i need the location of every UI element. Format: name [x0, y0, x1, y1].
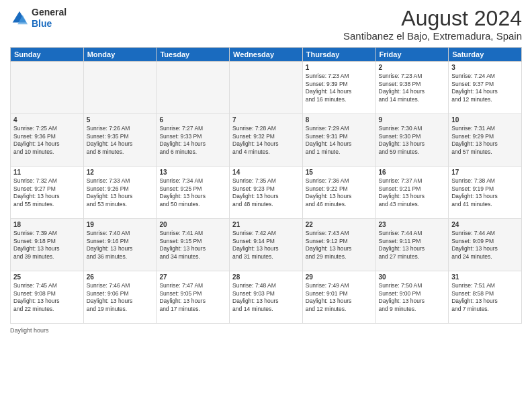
calendar-cell-2-2: 5Sunrise: 7:26 AMSunset: 9:35 PMDaylight… [83, 114, 157, 167]
week-row-5: 25Sunrise: 7:45 AMSunset: 9:08 PMDayligh… [11, 271, 522, 324]
day-number: 24 [451, 221, 519, 228]
day-info: Sunrise: 7:37 AMSunset: 9:21 PMDaylight:… [379, 177, 446, 208]
week-row-2: 4Sunrise: 7:25 AMSunset: 9:36 PMDaylight… [11, 114, 522, 167]
calendar-cell-3-1: 11Sunrise: 7:32 AMSunset: 9:27 PMDayligh… [11, 167, 84, 219]
day-info: Sunrise: 7:41 AMSunset: 9:15 PMDaylight:… [159, 230, 226, 261]
calendar-cell-1-5: 1Sunrise: 7:23 AMSunset: 9:39 PMDaylight… [302, 62, 375, 114]
calendar-cell-2-6: 9Sunrise: 7:30 AMSunset: 9:30 PMDaylight… [375, 114, 449, 167]
day-number: 20 [159, 221, 226, 228]
day-info: Sunrise: 7:25 AMSunset: 9:36 PMDaylight:… [13, 125, 81, 156]
day-number: 21 [232, 221, 300, 228]
dow-header-sunday: Sunday [11, 48, 84, 62]
logo-icon [10, 9, 29, 28]
days-of-week-row: SundayMondayTuesdayWednesdayThursdayFrid… [11, 48, 522, 62]
day-number: 18 [13, 221, 81, 228]
dow-header-tuesday: Tuesday [157, 48, 230, 62]
calendar-cell-1-2 [83, 62, 157, 114]
footer: Daylight hours [10, 327, 522, 334]
calendar-cell-1-7: 3Sunrise: 7:24 AMSunset: 9:37 PMDaylight… [449, 62, 522, 114]
day-number: 23 [379, 221, 446, 228]
day-info: Sunrise: 7:46 AMSunset: 9:06 PMDaylight:… [87, 282, 154, 313]
day-number: 6 [159, 116, 226, 124]
calendar-cell-1-6: 2Sunrise: 7:23 AMSunset: 9:38 PMDaylight… [375, 62, 449, 114]
calendar-cell-4-1: 18Sunrise: 7:39 AMSunset: 9:18 PMDayligh… [11, 219, 84, 271]
calendar-body: 1Sunrise: 7:23 AMSunset: 9:39 PMDaylight… [11, 62, 522, 324]
day-info: Sunrise: 7:47 AMSunset: 9:05 PMDaylight:… [159, 282, 226, 313]
day-info: Sunrise: 7:48 AMSunset: 9:03 PMDaylight:… [232, 282, 300, 313]
day-info: Sunrise: 7:32 AMSunset: 9:27 PMDaylight:… [13, 177, 81, 208]
day-number: 17 [451, 169, 519, 176]
calendar-cell-4-7: 24Sunrise: 7:44 AMSunset: 9:09 PMDayligh… [449, 219, 522, 271]
day-info: Sunrise: 7:23 AMSunset: 9:39 PMDaylight:… [306, 73, 373, 103]
calendar-cell-5-1: 25Sunrise: 7:45 AMSunset: 9:08 PMDayligh… [11, 271, 84, 324]
day-info: Sunrise: 7:36 AMSunset: 9:22 PMDaylight:… [306, 177, 373, 208]
calendar-cell-3-4: 14Sunrise: 7:35 AMSunset: 9:23 PMDayligh… [230, 167, 303, 219]
calendar-cell-1-3 [157, 62, 230, 114]
day-info: Sunrise: 7:26 AMSunset: 9:35 PMDaylight:… [87, 125, 154, 156]
day-info: Sunrise: 7:50 AMSunset: 9:00 PMDaylight:… [379, 282, 446, 313]
day-info: Sunrise: 7:27 AMSunset: 9:33 PMDaylight:… [159, 125, 226, 156]
week-row-4: 18Sunrise: 7:39 AMSunset: 9:18 PMDayligh… [11, 219, 522, 271]
day-info: Sunrise: 7:51 AMSunset: 8:58 PMDaylight:… [451, 282, 519, 313]
calendar-cell-2-3: 6Sunrise: 7:27 AMSunset: 9:33 PMDaylight… [157, 114, 230, 167]
day-number: 10 [451, 116, 519, 124]
calendar-cell-2-1: 4Sunrise: 7:25 AMSunset: 9:36 PMDaylight… [11, 114, 84, 167]
day-number: 31 [451, 273, 519, 281]
calendar-cell-1-4 [230, 62, 303, 114]
calendar-cell-4-5: 22Sunrise: 7:43 AMSunset: 9:12 PMDayligh… [302, 219, 375, 271]
week-row-3: 11Sunrise: 7:32 AMSunset: 9:27 PMDayligh… [11, 167, 522, 219]
day-info: Sunrise: 7:42 AMSunset: 9:14 PMDaylight:… [232, 230, 300, 261]
calendar-cell-3-2: 12Sunrise: 7:33 AMSunset: 9:26 PMDayligh… [83, 167, 157, 219]
logo: General Blue [10, 7, 66, 30]
calendar-cell-5-6: 30Sunrise: 7:50 AMSunset: 9:00 PMDayligh… [375, 271, 449, 324]
calendar-cell-3-3: 13Sunrise: 7:34 AMSunset: 9:25 PMDayligh… [157, 167, 230, 219]
day-info: Sunrise: 7:44 AMSunset: 9:11 PMDaylight:… [379, 230, 446, 261]
calendar-cell-4-2: 19Sunrise: 7:40 AMSunset: 9:16 PMDayligh… [83, 219, 157, 271]
day-number: 7 [232, 116, 300, 124]
day-info: Sunrise: 7:35 AMSunset: 9:23 PMDaylight:… [232, 177, 300, 208]
day-info: Sunrise: 7:38 AMSunset: 9:19 PMDaylight:… [451, 177, 519, 208]
day-number: 28 [232, 273, 300, 281]
day-info: Sunrise: 7:39 AMSunset: 9:18 PMDaylight:… [13, 230, 81, 261]
page: General Blue August 2024 Santibanez el B… [0, 0, 532, 411]
title-area: August 2024 Santibanez el Bajo, Extremad… [343, 7, 522, 42]
day-info: Sunrise: 7:44 AMSunset: 9:09 PMDaylight:… [451, 230, 519, 261]
month-year: August 2024 [343, 7, 522, 30]
calendar-cell-4-6: 23Sunrise: 7:44 AMSunset: 9:11 PMDayligh… [375, 219, 449, 271]
header: General Blue August 2024 Santibanez el B… [10, 7, 522, 42]
dow-header-saturday: Saturday [449, 48, 522, 62]
calendar-cell-3-6: 16Sunrise: 7:37 AMSunset: 9:21 PMDayligh… [375, 167, 449, 219]
day-number: 15 [306, 169, 373, 176]
calendar-cell-4-4: 21Sunrise: 7:42 AMSunset: 9:14 PMDayligh… [230, 219, 303, 271]
day-number: 1 [306, 64, 373, 71]
day-number: 11 [13, 169, 81, 176]
day-number: 4 [13, 116, 81, 124]
day-info: Sunrise: 7:33 AMSunset: 9:26 PMDaylight:… [87, 177, 154, 208]
calendar-cell-5-5: 29Sunrise: 7:49 AMSunset: 9:01 PMDayligh… [302, 271, 375, 324]
day-number: 12 [87, 169, 154, 176]
day-number: 16 [379, 169, 446, 176]
location: Santibanez el Bajo, Extremadura, Spain [343, 30, 522, 42]
calendar-cell-5-7: 31Sunrise: 7:51 AMSunset: 8:58 PMDayligh… [449, 271, 522, 324]
calendar-cell-2-7: 10Sunrise: 7:31 AMSunset: 9:29 PMDayligh… [449, 114, 522, 167]
day-info: Sunrise: 7:43 AMSunset: 9:12 PMDaylight:… [306, 230, 373, 261]
logo-general: General [32, 7, 66, 17]
logo-text: General Blue [32, 7, 66, 30]
dow-header-monday: Monday [83, 48, 157, 62]
day-number: 26 [87, 273, 154, 281]
dow-header-thursday: Thursday [302, 48, 375, 62]
calendar-cell-5-2: 26Sunrise: 7:46 AMSunset: 9:06 PMDayligh… [83, 271, 157, 324]
day-number: 27 [159, 273, 226, 281]
day-info: Sunrise: 7:24 AMSunset: 9:37 PMDaylight:… [451, 73, 519, 103]
day-number: 29 [306, 273, 373, 281]
day-info: Sunrise: 7:34 AMSunset: 9:25 PMDaylight:… [159, 177, 226, 208]
calendar-cell-1-1 [11, 62, 84, 114]
day-info: Sunrise: 7:29 AMSunset: 9:31 PMDaylight:… [306, 125, 373, 156]
calendar-cell-3-7: 17Sunrise: 7:38 AMSunset: 9:19 PMDayligh… [449, 167, 522, 219]
day-number: 14 [232, 169, 300, 176]
calendar-cell-3-5: 15Sunrise: 7:36 AMSunset: 9:22 PMDayligh… [302, 167, 375, 219]
day-info: Sunrise: 7:40 AMSunset: 9:16 PMDaylight:… [87, 230, 154, 261]
day-number: 3 [451, 64, 519, 71]
day-info: Sunrise: 7:31 AMSunset: 9:29 PMDaylight:… [451, 125, 519, 156]
dow-header-wednesday: Wednesday [230, 48, 303, 62]
